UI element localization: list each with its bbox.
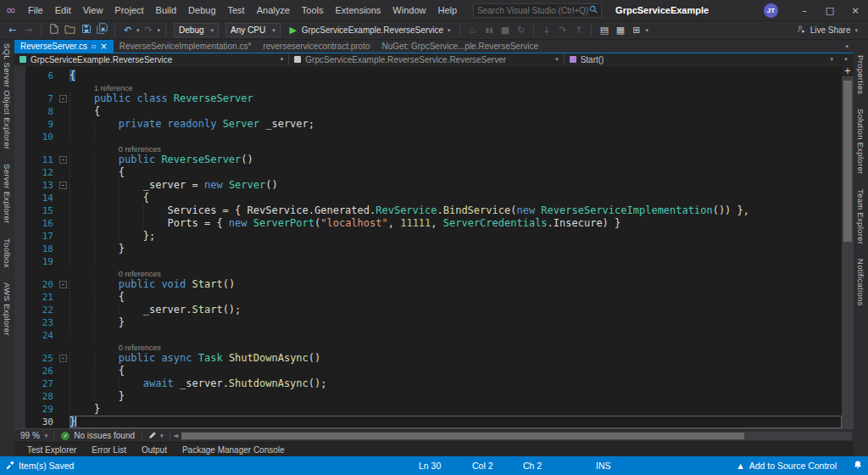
step-over-icon[interactable]: ↷ bbox=[555, 22, 570, 39]
collapse-toggle-icon[interactable]: - bbox=[59, 182, 67, 189]
breakpoint-margin[interactable] bbox=[14, 154, 25, 166]
start-debugging-button[interactable]: ▶ GrpcServiceExample.ReverseService ▾ bbox=[285, 22, 455, 39]
breakpoint-margin[interactable] bbox=[14, 365, 25, 377]
member-dropdown[interactable]: Start() ▾ bbox=[565, 53, 838, 65]
breakpoint-margin[interactable] bbox=[14, 390, 25, 403]
solution-explorer-icon[interactable]: ▦ bbox=[613, 22, 627, 39]
collapse-toggle-icon[interactable]: - bbox=[59, 355, 67, 362]
split-editor-button[interactable]: + bbox=[842, 66, 854, 77]
breakpoint-margin[interactable] bbox=[14, 316, 25, 329]
breakpoint-margin[interactable] bbox=[14, 377, 25, 390]
tool-tab-team-explorer[interactable]: Team Explorer bbox=[856, 189, 865, 244]
collapse-toggle-icon[interactable]: - bbox=[59, 95, 67, 103]
hscroll-left-arrow[interactable]: ◄ bbox=[170, 432, 181, 439]
toolbar-options-icon[interactable]: ▾ bbox=[645, 27, 648, 34]
solution-configuration-dropdown[interactable]: Debug▾ bbox=[174, 23, 219, 37]
notifications-bell-icon[interactable] bbox=[853, 460, 863, 472]
status-line-number[interactable]: Ln 30 bbox=[419, 461, 472, 471]
breakpoint-margin[interactable] bbox=[14, 105, 25, 118]
status-insert-mode[interactable]: INS bbox=[596, 461, 630, 471]
breakpoint-margin[interactable] bbox=[14, 416, 25, 428]
vertical-scrollbar-track[interactable] bbox=[842, 77, 854, 428]
code-text[interactable]: }; bbox=[70, 230, 842, 243]
breakpoint-margin[interactable] bbox=[14, 192, 25, 204]
menu-tools[interactable]: Tools bbox=[296, 0, 330, 20]
tool-tab-solution-explorer[interactable]: Solution Explorer bbox=[856, 109, 865, 174]
code-text[interactable] bbox=[70, 255, 842, 268]
redo-icon[interactable]: ↷ bbox=[142, 22, 156, 39]
code-text[interactable]: { bbox=[70, 291, 842, 304]
code-text[interactable]: { bbox=[70, 105, 842, 118]
type-dropdown[interactable]: GrpcServiceExample.ReverseService.Revers… bbox=[289, 53, 564, 65]
code-text[interactable]: private readonly Server _server; bbox=[70, 118, 842, 131]
vertical-scrollbar-thumb[interactable] bbox=[843, 81, 852, 242]
code-text[interactable]: public ReverseServer() bbox=[70, 154, 842, 166]
navbar-options-icon[interactable]: ▾ bbox=[844, 56, 848, 63]
code-text[interactable]: Ports = { new ServerPort("localhost", 11… bbox=[70, 217, 842, 230]
tool-tab-properties[interactable]: Properties bbox=[856, 55, 865, 94]
undo-dropdown-icon[interactable]: ▾ bbox=[136, 27, 140, 34]
navigate-back-icon[interactable]: ← bbox=[5, 22, 19, 39]
stop-icon[interactable]: ■ bbox=[498, 22, 512, 39]
tool-tab-server-explorer[interactable]: Server Explorer bbox=[3, 164, 12, 224]
horizontal-scrollbar-thumb[interactable] bbox=[181, 433, 745, 439]
menu-window[interactable]: Window bbox=[387, 0, 431, 20]
doc-tab-nuget-grpcservice-ple-reverseservice[interactable]: NuGet: GrpcService...ple.ReverseService bbox=[376, 40, 545, 53]
code-text[interactable]: } bbox=[70, 390, 842, 403]
find-in-files-icon[interactable]: ▤ bbox=[597, 22, 611, 39]
codelens-references-link[interactable]: 0 references bbox=[119, 145, 161, 154]
horizontal-scrollbar-track[interactable] bbox=[181, 432, 852, 440]
code-text[interactable]: _server = new Server() bbox=[70, 179, 842, 192]
menu-extensions[interactable]: Extensions bbox=[330, 0, 387, 20]
code-text[interactable]: } bbox=[70, 316, 842, 329]
add-to-source-control-button[interactable]: Add to Source Control bbox=[749, 461, 837, 471]
code-text[interactable]: { bbox=[70, 166, 842, 179]
menu-view[interactable]: View bbox=[77, 0, 109, 20]
code-text[interactable]: } bbox=[70, 403, 842, 416]
doc-tab-reverseservicecontract-proto[interactable]: reverseservicecontract.proto bbox=[257, 40, 376, 53]
collapse-toggle-icon[interactable]: - bbox=[59, 156, 67, 164]
status-character-number[interactable]: Ch 2 bbox=[523, 461, 596, 471]
codelens-references-link[interactable]: 0 references bbox=[119, 344, 161, 352]
breakpoint-margin[interactable] bbox=[14, 92, 25, 105]
project-dropdown[interactable]: GrpcServiceExample.ReverseService ▾ bbox=[14, 53, 289, 65]
user-avatar[interactable]: JT bbox=[764, 3, 778, 18]
vertical-scrollbar[interactable]: + bbox=[842, 66, 854, 428]
tool-tab-aws-explorer[interactable]: AWS Explorer bbox=[3, 282, 12, 336]
pause-icon[interactable]: ▮▮ bbox=[481, 22, 496, 39]
close-button[interactable]: × bbox=[843, 0, 868, 20]
code-editor[interactable]: 6{ 1 reference7- public class ReverseSer… bbox=[14, 66, 854, 428]
maximize-button[interactable]: □ bbox=[817, 0, 843, 20]
code-text[interactable]: public async Task ShutDownAsync() bbox=[70, 352, 842, 365]
status-column-number[interactable]: Col 2 bbox=[472, 461, 523, 471]
breakpoint-margin[interactable] bbox=[14, 352, 25, 365]
background-tasks-icon[interactable] bbox=[5, 460, 15, 472]
tool-tab-notifications[interactable]: Notifications bbox=[856, 259, 865, 306]
breakpoint-margin[interactable] bbox=[14, 243, 25, 255]
new-file-icon[interactable] bbox=[47, 22, 61, 39]
breakpoint-margin[interactable] bbox=[14, 304, 25, 316]
code-text[interactable]: Services = { RevService.Generated.RevSer… bbox=[70, 204, 842, 217]
open-file-icon[interactable] bbox=[63, 22, 77, 39]
breakpoint-margin[interactable] bbox=[14, 291, 25, 304]
breakpoint-margin[interactable] bbox=[14, 179, 25, 192]
tab-close-icon[interactable]: × bbox=[100, 42, 107, 51]
start-dropdown-icon[interactable]: ▾ bbox=[448, 27, 451, 34]
hot-reload-icon[interactable]: ♨ bbox=[465, 22, 480, 39]
breakpoint-margin[interactable] bbox=[14, 70, 25, 82]
breakpoint-margin[interactable] bbox=[14, 217, 25, 230]
menu-test[interactable]: Test bbox=[222, 0, 251, 20]
code-text[interactable]: await _server.ShutdownAsync(); bbox=[70, 377, 842, 390]
doc-tab-reverseserver-cs[interactable]: ReverseServer.cs▫× bbox=[14, 40, 114, 53]
menu-help[interactable]: Help bbox=[431, 0, 463, 20]
panel-tab-test-explorer[interactable]: Test Explorer bbox=[19, 445, 84, 455]
live-share-button[interactable]: Live Share ▾ bbox=[797, 25, 863, 36]
breakpoint-margin[interactable] bbox=[14, 166, 25, 179]
codelens-references-link[interactable]: 0 references bbox=[119, 270, 161, 278]
codelens-references-link[interactable]: 1 reference bbox=[94, 84, 133, 92]
navigate-forward-icon[interactable]: → bbox=[21, 22, 36, 39]
code-text[interactable] bbox=[70, 329, 842, 342]
search-input[interactable] bbox=[477, 6, 589, 15]
step-out-icon[interactable]: ↑ bbox=[571, 22, 586, 39]
code-text[interactable]: _server.Start(); bbox=[70, 304, 842, 316]
